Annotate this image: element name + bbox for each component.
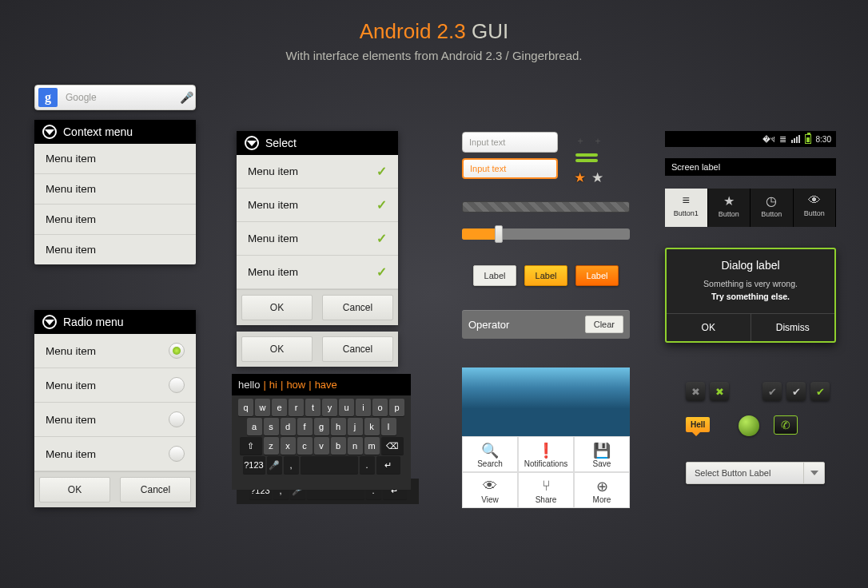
call-button[interactable]: ✆	[774, 415, 798, 435]
key-r[interactable]: r	[289, 399, 304, 416]
app-notifications[interactable]: ❗Notifications	[518, 436, 574, 472]
dialog-dismiss-button[interactable]: Dismiss	[751, 314, 835, 341]
select-dropdown[interactable]: Select Button Label	[686, 462, 825, 484]
suggestion-word[interactable]: hello	[238, 379, 260, 391]
enter-key[interactable]: ↵	[376, 456, 400, 474]
suggestion-alt[interactable]: hi	[269, 379, 277, 391]
context-menu-item[interactable]: Menu item	[34, 205, 196, 235]
radio-on-icon[interactable]	[169, 343, 185, 359]
search-input[interactable]: Google	[61, 92, 177, 103]
key-v[interactable]: v	[314, 437, 329, 455]
key-l[interactable]: l	[381, 418, 396, 435]
check-green-icon[interactable]: ✔	[810, 382, 830, 401]
toggle-on-icon[interactable]	[575, 159, 598, 162]
mic-key[interactable]: 🎤	[290, 482, 305, 499]
select-item[interactable]: Menu item✓	[237, 155, 398, 189]
tab-button1[interactable]: ≡Button1	[665, 189, 708, 227]
star-empty-icon[interactable]: ★	[591, 169, 603, 186]
space-key[interactable]	[301, 456, 358, 474]
app-share[interactable]: ⑂Share	[518, 472, 574, 508]
suggestion-alt[interactable]: how	[286, 379, 305, 391]
key-t[interactable]: t	[305, 399, 321, 416]
select-item[interactable]: Menu item✓	[237, 256, 398, 289]
plus-icon[interactable]: ＋	[575, 134, 585, 148]
comma-key[interactable]: ,	[284, 456, 299, 474]
cancel-button[interactable]: Cancel	[120, 477, 191, 503]
soft-keyboard[interactable]: hello |hi |how |have qwertyuiop asdfghjk…	[232, 374, 411, 490]
label-button-default[interactable]: Label	[473, 265, 516, 286]
ok-button[interactable]: OK	[241, 336, 313, 362]
radio-item[interactable]: Menu item	[34, 368, 196, 403]
key-x[interactable]: x	[281, 437, 296, 455]
key-m[interactable]: m	[364, 437, 380, 455]
search-widget[interactable]: g Google 🎤	[34, 85, 196, 110]
close-green-icon[interactable]: ✖	[710, 382, 729, 401]
label-button-pressed[interactable]: Label	[524, 265, 567, 286]
radio-item[interactable]: Menu item	[34, 437, 196, 471]
app-view[interactable]: 👁View	[462, 472, 518, 508]
mic-icon[interactable]: 🎤	[177, 91, 195, 104]
suggestion-alt[interactable]: have	[315, 379, 337, 391]
key-o[interactable]: o	[372, 399, 388, 416]
label-button-active[interactable]: Label	[575, 265, 619, 286]
key-h[interactable]: h	[331, 418, 346, 435]
select-item[interactable]: Menu item✓	[237, 222, 398, 256]
key-u[interactable]: u	[339, 399, 354, 416]
key-f[interactable]: f	[297, 418, 313, 435]
radio-off-icon[interactable]	[169, 377, 185, 393]
cancel-button[interactable]: Cancel	[322, 336, 393, 362]
star-filled-icon[interactable]: ★	[574, 169, 586, 186]
ok-button[interactable]: OK	[241, 295, 313, 320]
key-c[interactable]: c	[297, 437, 313, 455]
radio-item[interactable]: Menu item	[34, 403, 196, 437]
key-i[interactable]: i	[356, 399, 371, 416]
toggle-on-icon[interactable]	[575, 153, 598, 157]
key-y[interactable]: y	[322, 399, 337, 416]
app-more[interactable]: ⊕More	[574, 472, 630, 508]
key-a[interactable]: a	[247, 418, 262, 435]
tab-button[interactable]: ◷Button	[751, 189, 794, 227]
select-item[interactable]: Menu item✓	[237, 189, 398, 222]
text-input-focused[interactable]: Input text	[462, 158, 558, 179]
plus-icon[interactable]: ＋	[593, 134, 603, 148]
radio-off-icon[interactable]	[169, 411, 185, 427]
shift-key[interactable]: ⇧	[240, 437, 262, 455]
key-g[interactable]: g	[314, 418, 329, 435]
key-n[interactable]: n	[348, 437, 363, 455]
context-menu-item[interactable]: Menu item	[34, 235, 196, 264]
radio-off-icon[interactable]	[169, 446, 185, 462]
dialog-ok-button[interactable]: OK	[667, 314, 751, 341]
key-e[interactable]: e	[272, 399, 287, 416]
backspace-key[interactable]: ⌫	[381, 437, 404, 455]
context-menu-item[interactable]: Menu item	[34, 174, 196, 205]
app-save[interactable]: 💾Save	[574, 436, 630, 472]
key-k[interactable]: k	[364, 418, 380, 435]
check-light-icon[interactable]: ✔	[786, 382, 806, 401]
text-input[interactable]: Input text	[462, 132, 558, 153]
context-menu-item[interactable]: Menu item	[34, 144, 196, 174]
radio-item[interactable]: Menu item	[34, 334, 196, 368]
key-w[interactable]: w	[255, 399, 270, 416]
tab-button[interactable]: ★Button	[708, 189, 751, 227]
app-search[interactable]: 🔍Search	[462, 436, 518, 472]
key-p[interactable]: p	[389, 399, 404, 416]
period-key[interactable]: .	[360, 456, 375, 474]
symbols-key[interactable]: ?123	[249, 482, 272, 499]
ok-button[interactable]: OK	[39, 477, 110, 503]
slider[interactable]	[462, 228, 630, 240]
close-grey-icon[interactable]: ✖	[686, 382, 705, 401]
tab-button[interactable]: 👁Button	[794, 189, 837, 227]
key-z[interactable]: z	[264, 437, 279, 455]
slider-knob[interactable]	[495, 225, 503, 243]
clear-button[interactable]: Clear	[585, 316, 623, 333]
key-q[interactable]: q	[238, 399, 253, 416]
check-grey-icon[interactable]: ✔	[762, 382, 782, 401]
key-d[interactable]: d	[281, 418, 296, 435]
globe-icon[interactable]	[739, 415, 759, 436]
mic-key[interactable]: 🎤	[267, 456, 282, 474]
cancel-button[interactable]: Cancel	[322, 295, 393, 320]
space-key[interactable]	[307, 482, 364, 499]
key-j[interactable]: j	[348, 418, 363, 435]
enter-key[interactable]: ↵	[383, 482, 407, 499]
key-b[interactable]: b	[331, 437, 346, 455]
